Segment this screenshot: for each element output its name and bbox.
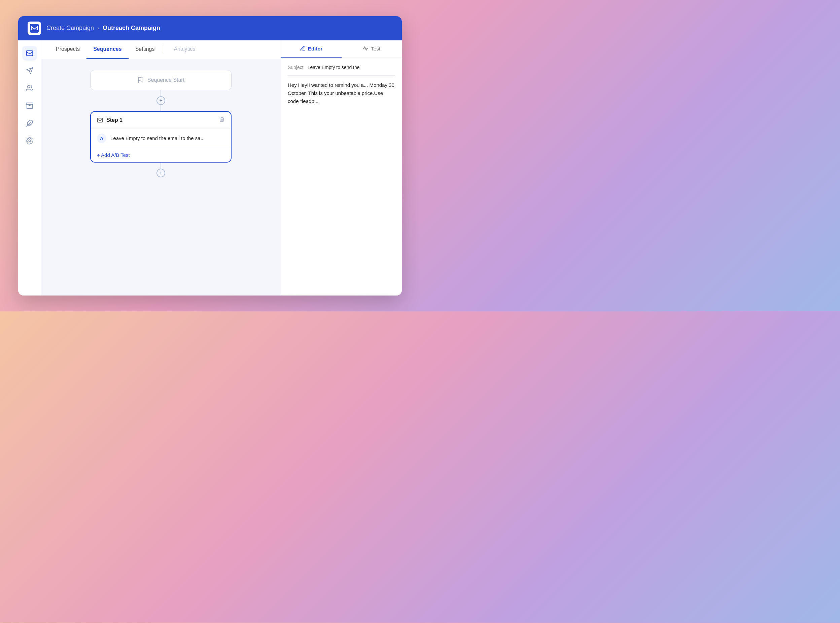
connector-line bbox=[161, 90, 161, 96]
sidebar-item-settings[interactable] bbox=[22, 133, 37, 148]
right-panel-body: Subject Leave Empty to send the Hey Hey!… bbox=[281, 58, 402, 296]
tabs-bar: Prospects Sequences Settings Analytics bbox=[41, 40, 281, 59]
tab-prospects[interactable]: Prospects bbox=[49, 40, 86, 59]
svg-rect-1 bbox=[26, 51, 32, 55]
tab-settings[interactable]: Settings bbox=[129, 40, 161, 59]
step-label: Step 1 bbox=[106, 117, 123, 123]
app-window: Create Campaign › Outreach Campaign bbox=[18, 16, 402, 296]
svg-point-4 bbox=[27, 85, 30, 87]
step-1-card: Step 1 A bbox=[90, 111, 231, 163]
flag-icon bbox=[137, 77, 144, 83]
right-tab-editor[interactable]: Editor bbox=[281, 40, 342, 58]
connector-line-2 bbox=[161, 105, 161, 111]
variant-badge: A bbox=[97, 134, 106, 143]
tab-divider bbox=[164, 45, 164, 54]
delete-step-button[interactable] bbox=[219, 117, 225, 124]
trash-icon bbox=[219, 117, 225, 123]
test-icon bbox=[363, 46, 368, 51]
connector-line-3 bbox=[161, 163, 161, 169]
breadcrumb-create: Create Campaign bbox=[46, 25, 94, 32]
variant-text: Leave Empty to send the email to the sa.… bbox=[110, 135, 225, 141]
tab-sequences[interactable]: Sequences bbox=[86, 40, 128, 59]
email-body-text: Hey Hey!I wanted to remind you a... Mond… bbox=[288, 81, 395, 105]
breadcrumb-campaign: Outreach Campaign bbox=[103, 25, 160, 32]
right-panel: Editor Test Subject Leave Empty to send … bbox=[281, 40, 402, 296]
app-logo bbox=[28, 21, 41, 35]
envelope-icon bbox=[97, 117, 103, 123]
svg-point-9 bbox=[29, 140, 31, 142]
main-area: Prospects Sequences Settings Analytics bbox=[18, 40, 402, 296]
sequence-start-label: Sequence Start bbox=[147, 77, 184, 83]
sequence-start-block: Sequence Start bbox=[90, 70, 231, 90]
sidebar-item-send[interactable] bbox=[22, 63, 37, 78]
step-header-left: Step 1 bbox=[97, 117, 123, 123]
breadcrumb: Create Campaign › Outreach Campaign bbox=[46, 25, 160, 32]
breadcrumb-chevron: › bbox=[97, 25, 99, 32]
content-area: Prospects Sequences Settings Analytics bbox=[41, 40, 281, 296]
connector-bottom: + bbox=[156, 163, 165, 177]
subject-value: Leave Empty to send the bbox=[308, 64, 360, 70]
tab-analytics[interactable]: Analytics bbox=[167, 40, 202, 59]
sidebar-item-mail[interactable] bbox=[22, 46, 37, 61]
add-step-button-bottom[interactable]: + bbox=[156, 169, 165, 177]
add-step-button-top[interactable]: + bbox=[156, 96, 165, 105]
svg-rect-5 bbox=[26, 103, 33, 104]
connector-top: + bbox=[156, 90, 165, 111]
sidebar-item-inbox[interactable] bbox=[22, 98, 37, 113]
svg-rect-11 bbox=[98, 118, 103, 122]
subject-row: Subject Leave Empty to send the bbox=[288, 64, 395, 76]
right-panel-tabs: Editor Test bbox=[281, 40, 402, 58]
subject-label: Subject bbox=[288, 64, 304, 70]
pencil-icon bbox=[300, 46, 305, 51]
add-ab-test-button[interactable]: + Add A/B Test bbox=[91, 148, 231, 162]
step-variant-a[interactable]: A Leave Empty to send the email to the s… bbox=[91, 129, 231, 148]
sidebar-item-puzzle[interactable] bbox=[22, 116, 37, 130]
right-tab-test[interactable]: Test bbox=[342, 40, 402, 58]
header: Create Campaign › Outreach Campaign bbox=[18, 16, 402, 40]
sidebar-item-users[interactable] bbox=[22, 81, 37, 95]
step-header: Step 1 bbox=[91, 112, 231, 129]
sidebar bbox=[18, 40, 41, 296]
sequence-canvas: Sequence Start + bbox=[41, 59, 281, 296]
